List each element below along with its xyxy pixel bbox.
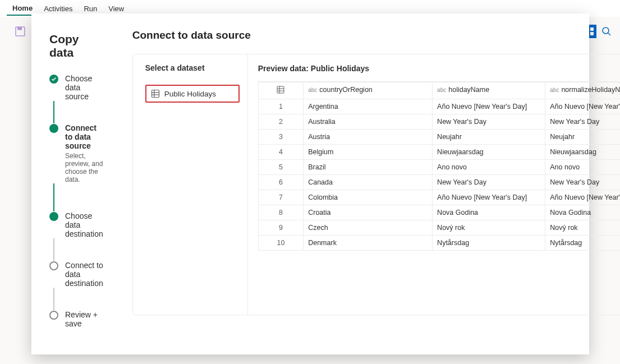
row-number: 1 xyxy=(258,99,303,114)
svg-rect-1 xyxy=(17,27,22,30)
column-name: normalizeHolidayName xyxy=(561,86,620,94)
preview-table: abccountryOrRegionabcholidayNameabcnorma… xyxy=(258,82,620,251)
row-number: 9 xyxy=(258,220,303,236)
dataset-heading: Select a dataset xyxy=(145,63,242,72)
column-header-countryOrRegion[interactable]: abccountryOrRegion xyxy=(304,82,433,99)
cell: Año Nuevo [New Year's Day] xyxy=(545,190,620,205)
cell: Austria xyxy=(304,130,433,145)
cell: Belgium xyxy=(304,145,433,160)
copy-data-dialog: Copy data Choose data sourceConnect to d… xyxy=(31,13,589,354)
row-number: 10 xyxy=(258,236,303,251)
table-body: 1ArgentinaAño Nuevo [New Year's Day]Año … xyxy=(258,99,620,251)
preview-header: Preview data: Public Holidays xyxy=(258,63,620,73)
step-connector xyxy=(53,183,54,211)
table-icon xyxy=(151,89,160,98)
table-row[interactable]: 9CzechNový rokNový rok xyxy=(258,220,620,236)
save-icon xyxy=(15,26,26,37)
table-row[interactable]: 1ArgentinaAño Nuevo [New Year's Day]Año … xyxy=(258,99,620,114)
step-label: Choose data source xyxy=(65,74,103,101)
preview-pane: Preview data: Public Holidays abccountry… xyxy=(248,54,620,315)
table-icon xyxy=(277,86,284,94)
table-row[interactable]: 3AustriaNeujahrNeujahr xyxy=(258,130,620,145)
dialog-footer: Back Next xyxy=(132,325,620,343)
column-header-normalizeHolidayName[interactable]: abcnormalizeHolidayName xyxy=(545,82,620,99)
wizard-pane: Copy data Choose data sourceConnect to d… xyxy=(31,13,119,354)
wizard-step-4[interactable]: Review + save xyxy=(49,310,103,328)
horizontal-scrollbar[interactable] xyxy=(258,301,620,309)
cell: Neujahr xyxy=(433,130,545,145)
cell: Año Nuevo [New Year's Day] xyxy=(545,99,620,114)
row-number: 8 xyxy=(258,205,303,220)
row-number: 3 xyxy=(258,130,303,145)
step-label: Connect to data source xyxy=(65,123,103,150)
step-sublabel: Select, preview, and choose the data. xyxy=(65,152,103,183)
wizard-step-0[interactable]: Choose data source xyxy=(49,74,103,101)
wizard-title: Copy data xyxy=(49,33,103,59)
row-number: 2 xyxy=(258,114,303,130)
cell: Nytårsdag xyxy=(545,236,620,251)
dataset-item-public-holidays[interactable]: Public Holidays xyxy=(145,85,240,103)
cell: New Year's Day xyxy=(545,114,620,130)
table-row[interactable]: 8CroatiaNova GodinaNova Godina xyxy=(258,205,620,220)
row-number: 6 xyxy=(258,175,303,190)
step-label: Connect to data destination xyxy=(65,261,103,288)
row-number: 5 xyxy=(258,160,303,175)
cell: Nova Godina xyxy=(545,205,620,220)
cell: New Year's Day xyxy=(545,175,620,190)
cell: Nytårsdag xyxy=(433,236,545,251)
cell: Colombia xyxy=(304,190,433,205)
cell: New Year's Day xyxy=(433,114,545,130)
step-connector xyxy=(53,238,54,261)
cell: Australia xyxy=(304,114,433,130)
table-row[interactable]: 10DenmarkNytårsdagNytårsdag xyxy=(258,236,620,251)
table-row[interactable]: 2AustraliaNew Year's DayNew Year's Day xyxy=(258,114,620,130)
dataset-item-label: Public Holidays xyxy=(164,90,216,98)
svg-rect-14 xyxy=(277,86,284,93)
column-type-badge: abc xyxy=(308,87,317,93)
table-row[interactable]: 6CanadaNew Year's DayNew Year's Day xyxy=(258,175,620,190)
step-marker xyxy=(49,311,58,320)
row-number: 4 xyxy=(258,145,303,160)
wizard-step-3[interactable]: Connect to data destination xyxy=(49,261,103,288)
dataset-card: Select a dataset Public Holidays Preview… xyxy=(132,54,620,315)
preview-title: Preview data: Public Holidays xyxy=(258,64,369,73)
cell: Nieuwjaarsdag xyxy=(545,145,620,160)
cell: Neujahr xyxy=(545,130,620,145)
row-number: 7 xyxy=(258,190,303,205)
cell: Ano novo xyxy=(545,160,620,175)
step-marker xyxy=(49,212,58,221)
cell: Croatia xyxy=(304,205,433,220)
step-marker xyxy=(49,261,58,270)
cell: Canada xyxy=(304,175,433,190)
cell: Año Nuevo [New Year's Day] xyxy=(433,190,545,205)
table-row[interactable]: 5BrazilAno novoAno novo xyxy=(258,160,620,175)
step-label: Choose data destination xyxy=(65,211,103,238)
wizard-step-1[interactable]: Connect to data sourceSelect, preview, a… xyxy=(49,123,103,183)
column-name: holidayName xyxy=(448,86,489,94)
cell: New Year's Day xyxy=(433,175,545,190)
save-button[interactable] xyxy=(9,20,31,43)
wizard-steps: Choose data sourceConnect to data source… xyxy=(49,74,103,328)
wizard-step-2[interactable]: Choose data destination xyxy=(49,211,103,238)
step-label: Review + save xyxy=(65,310,103,328)
column-name: countryOrRegion xyxy=(319,86,373,94)
step-marker xyxy=(49,124,58,133)
step-connector xyxy=(53,101,54,123)
column-type-badge: abc xyxy=(437,87,446,93)
cell: Nieuwjaarsdag xyxy=(433,145,545,160)
cell: Nový rok xyxy=(433,220,545,236)
svg-rect-10 xyxy=(151,90,159,98)
cell: Ano novo xyxy=(433,160,545,175)
cell: Argentina xyxy=(304,99,433,114)
column-header-holidayName[interactable]: abcholidayName xyxy=(433,82,545,99)
content-title: Connect to data source xyxy=(132,29,620,42)
table-row[interactable]: 4BelgiumNieuwjaarsdagNieuwjaarsdag xyxy=(258,145,620,160)
table-row[interactable]: 7ColombiaAño Nuevo [New Year's Day]Año N… xyxy=(258,190,620,205)
column-type-badge: abc xyxy=(550,87,559,93)
content-pane: Connect to data source Select a dataset … xyxy=(119,13,620,354)
cell: Nový rok xyxy=(545,220,620,236)
cell: Brazil xyxy=(304,160,433,175)
row-number-header xyxy=(258,82,303,99)
step-connector xyxy=(53,288,54,310)
preview-table-wrap[interactable]: abccountryOrRegionabcholidayNameabcnorma… xyxy=(258,81,620,300)
